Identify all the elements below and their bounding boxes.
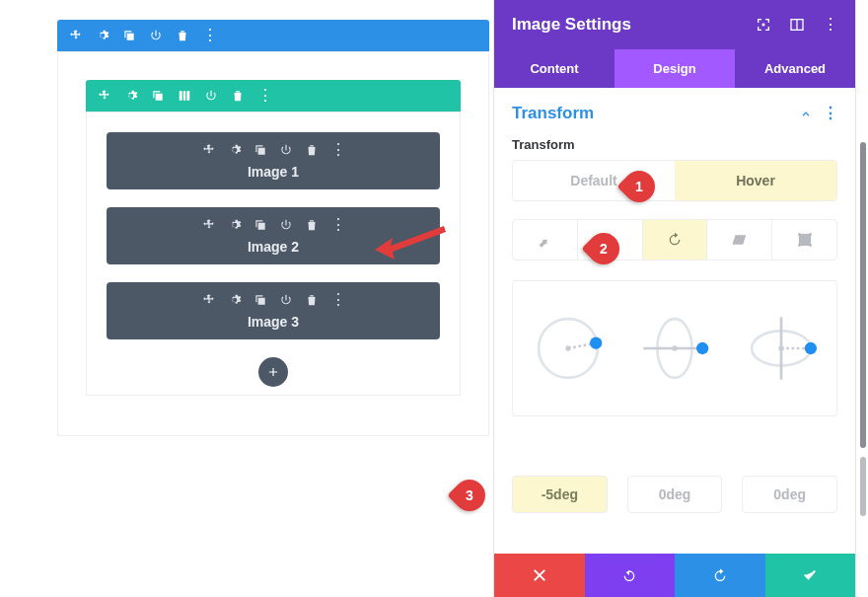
gear-icon[interactable] <box>228 218 242 232</box>
module-label: Image 2 <box>120 239 426 255</box>
more-icon[interactable]: ⋮ <box>823 17 837 33</box>
duplicate-icon[interactable] <box>151 89 165 103</box>
add-module-button[interactable] <box>258 357 288 387</box>
panel-tabs: Content Design Advanced <box>494 49 855 88</box>
panel-body: Transform ⋮ Transform Default Hover <box>494 88 855 554</box>
svg-rect-4 <box>799 235 810 246</box>
trash-icon[interactable] <box>231 89 245 103</box>
section-toolbar[interactable]: ⋮ <box>57 20 489 51</box>
cancel-button[interactable] <box>494 554 585 597</box>
redo-icon <box>712 567 728 583</box>
skew-icon <box>732 232 748 248</box>
state-default[interactable]: Default <box>513 161 675 200</box>
undo-icon <box>621 567 637 583</box>
more-icon[interactable]: ⋮ <box>330 217 345 233</box>
transform-origin-button[interactable] <box>771 220 836 260</box>
move-icon[interactable] <box>202 218 216 232</box>
transform-rotate-button[interactable] <box>642 220 707 260</box>
focus-icon[interactable] <box>756 17 771 33</box>
more-icon[interactable]: ⋮ <box>330 142 345 158</box>
duplicate-icon[interactable] <box>253 293 267 307</box>
transform-scale-button[interactable] <box>513 220 577 260</box>
duplicate-icon[interactable] <box>122 29 136 42</box>
svg-point-21 <box>805 342 817 354</box>
rotate-icon <box>667 232 683 248</box>
state-hover[interactable]: Hover <box>675 161 836 200</box>
panel-header: Image Settings ⋮ <box>494 0 855 49</box>
check-icon <box>802 567 818 583</box>
module-image-2[interactable]: ⋮ Image 2 <box>107 207 440 264</box>
svg-point-16 <box>696 342 708 354</box>
power-icon[interactable] <box>279 293 293 307</box>
power-icon[interactable] <box>204 89 218 103</box>
value-x[interactable]: 0deg <box>627 476 723 513</box>
translate-icon <box>602 232 617 248</box>
power-icon[interactable] <box>149 29 163 42</box>
expand-icon[interactable] <box>789 17 805 33</box>
move-icon[interactable] <box>98 89 111 103</box>
transform-translate-button[interactable] <box>577 220 642 260</box>
state-toggle: Default Hover <box>512 160 837 201</box>
module-image-1[interactable]: ⋮ Image 1 <box>107 132 440 189</box>
duplicate-icon[interactable] <box>253 218 267 232</box>
scale-icon <box>537 232 552 248</box>
svg-point-8 <box>809 244 811 246</box>
duplicate-icon[interactable] <box>253 143 267 157</box>
row-toolbar[interactable]: ⋮ <box>86 80 461 112</box>
transform-type-row <box>512 219 837 261</box>
value-y[interactable]: 0deg <box>742 476 837 513</box>
power-icon[interactable] <box>279 218 293 232</box>
module-image-3[interactable]: ⋮ Image 3 <box>107 282 440 339</box>
move-icon[interactable] <box>202 143 216 157</box>
module-label: Image 1 <box>120 164 426 180</box>
rotation-dials <box>512 280 837 416</box>
more-icon[interactable]: ⋮ <box>823 106 837 121</box>
gear-icon[interactable] <box>124 89 138 103</box>
move-icon[interactable] <box>69 29 83 42</box>
trash-icon[interactable] <box>176 29 189 42</box>
chevron-up-icon[interactable] <box>799 107 813 120</box>
power-icon[interactable] <box>279 143 293 157</box>
undo-button[interactable] <box>585 554 676 597</box>
rotation-values: -5deg 0deg 0deg <box>512 476 837 513</box>
svg-point-6 <box>809 234 811 236</box>
plus-icon <box>266 365 280 379</box>
columns-icon[interactable] <box>178 89 191 103</box>
scrollbar[interactable] <box>860 142 866 448</box>
value-z[interactable]: -5deg <box>512 476 608 513</box>
svg-point-7 <box>798 244 800 246</box>
panel-footer <box>494 554 855 597</box>
gear-icon[interactable] <box>228 293 242 307</box>
redo-button[interactable] <box>675 554 765 597</box>
svg-point-5 <box>798 234 800 236</box>
origin-icon <box>797 232 813 248</box>
row-body: ⋮ Image 1 ⋮ Image 2 <box>86 112 461 396</box>
trash-icon[interactable] <box>305 143 319 157</box>
svg-point-15 <box>672 345 677 350</box>
field-label: Transform <box>512 137 837 152</box>
dial-x[interactable] <box>631 305 718 392</box>
trash-icon[interactable] <box>305 218 319 232</box>
svg-point-12 <box>590 337 602 349</box>
gear-icon[interactable] <box>96 29 109 42</box>
svg-rect-1 <box>762 24 765 27</box>
confirm-button[interactable] <box>765 554 856 597</box>
transform-skew-button[interactable] <box>706 220 771 260</box>
module-label: Image 3 <box>120 314 426 330</box>
more-icon[interactable]: ⋮ <box>330 292 345 308</box>
settings-panel: Image Settings ⋮ Content Design Advanced… <box>493 0 856 597</box>
gear-icon[interactable] <box>228 143 242 157</box>
section-title[interactable]: Transform <box>512 104 594 123</box>
tab-advanced[interactable]: Advanced <box>735 49 855 88</box>
tab-design[interactable]: Design <box>615 49 735 88</box>
more-icon[interactable]: ⋮ <box>257 88 272 104</box>
more-icon[interactable]: ⋮ <box>202 28 217 43</box>
tab-content[interactable]: Content <box>494 49 615 88</box>
scrollbar[interactable] <box>860 457 866 516</box>
move-icon[interactable] <box>202 293 216 307</box>
trash-icon[interactable] <box>305 293 319 307</box>
close-icon <box>532 567 547 583</box>
dial-y[interactable] <box>738 305 825 392</box>
callout-3: 3 <box>454 480 485 511</box>
dial-z[interactable] <box>525 305 612 392</box>
